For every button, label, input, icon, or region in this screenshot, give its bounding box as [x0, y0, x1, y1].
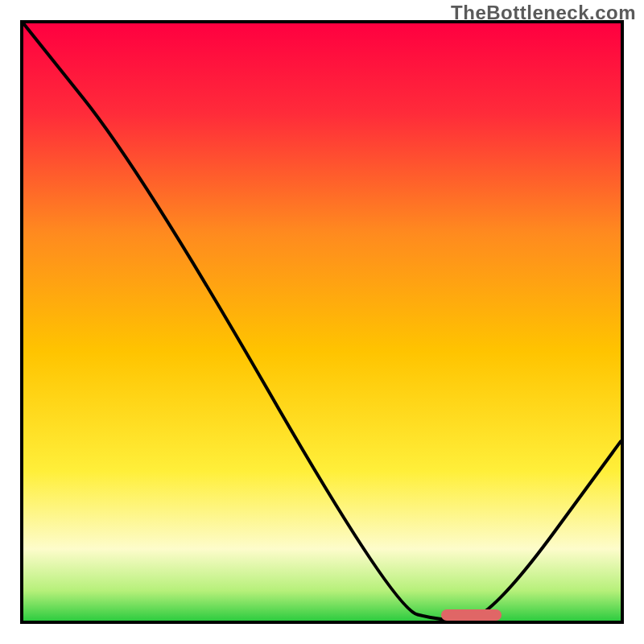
optimum-marker	[441, 609, 501, 621]
plot-area	[20, 20, 624, 624]
bottleneck-curve	[23, 23, 621, 621]
chart-frame: TheBottleneck.com	[0, 0, 644, 644]
